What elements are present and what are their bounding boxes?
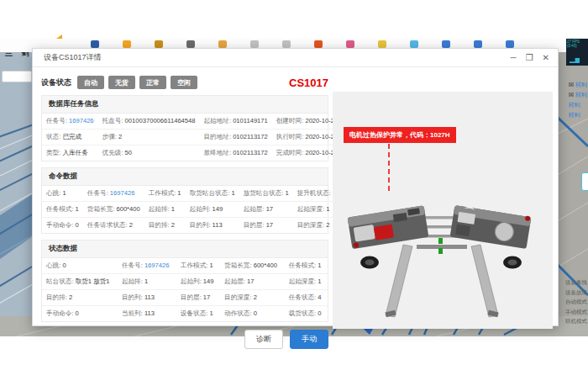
cell-value: 4	[318, 293, 321, 301]
fps-label: 27 FPS (0:43)	[567, 40, 580, 48]
table-row: 手动命令: 0任务请求状态: 2目的排: 2目的列: 113目的层: 17目的深…	[42, 218, 340, 234]
table-cell: 起始层: 17	[239, 202, 293, 218]
cell-label: 完成时间:	[276, 149, 306, 156]
cart-icon[interactable]	[155, 40, 163, 48]
table-cell: 载货状态: 0	[285, 306, 328, 322]
checkbox-icon[interactable]: ☒	[569, 92, 574, 98]
maximize-icon[interactable]: ❐	[526, 54, 533, 62]
table-row: 目的排: 2目的列: 113目的层: 17目的深度: 2任务状态: 4	[42, 290, 328, 306]
cell-label: 放货站台状态:	[244, 189, 286, 197]
task-number-link[interactable]: 1697426	[144, 262, 170, 269]
command-data-section: 命令数据 心跳: 1任务号: 1697426工作模式: 1取货站台状态: 1放货…	[41, 167, 328, 234]
cell-label: 最终地址:	[204, 149, 234, 156]
legend-item: 设备离线	[565, 279, 587, 287]
cell-value: 0	[62, 262, 66, 269]
goto-link[interactable]: ☒转到	[569, 91, 587, 99]
cell-label: 载货状态:	[289, 309, 318, 317]
building-icon[interactable]	[442, 40, 450, 48]
cell-label: 任务号:	[122, 262, 144, 269]
forklift-icon[interactable]	[186, 40, 195, 48]
table-cell: 类型: 入库任务	[42, 145, 98, 161]
table-row: 任务号: 1697426托盘号: 00100370006611464548起始地…	[42, 114, 369, 130]
goto-label: 转到	[575, 91, 587, 99]
detail-left-column: 设备状态 自动无货正常空闲 CS1017 数据库任务信息 任务号: 169742…	[41, 73, 328, 349]
cell-value: 0	[76, 221, 79, 229]
section-title: 状态数据	[42, 240, 328, 258]
monitor-icon[interactable]	[91, 40, 99, 48]
table-cell: 起始地址: 0101149171	[200, 114, 272, 130]
table-row: 状态: 已完成步骤: 2目的地址: 0102113172执行时间: 2020-1…	[42, 130, 369, 145]
goto-label: 转到	[569, 111, 580, 119]
cell-label: 起始排:	[122, 278, 144, 285]
device-detail-dialog: 设备CS1017详情 ─ ❐ ✕ 设备状态 自动无货正常空闲 CS1017 数据…	[32, 48, 559, 326]
cell-label: 提升机状态:	[297, 189, 333, 197]
goto-link[interactable]: ☒转到	[569, 81, 587, 89]
goto-link[interactable]: 转到	[569, 101, 587, 109]
device-status-row: 设备状态 自动无货正常空闲 CS1017	[41, 76, 328, 89]
cell-value: 取货1 放货1	[76, 278, 110, 285]
status-label: 设备状态	[41, 77, 71, 88]
close-icon[interactable]: ✕	[543, 54, 549, 62]
cell-value: 17	[247, 278, 254, 285]
table-cell: 托盘号: 00100370006611464548	[98, 114, 200, 130]
table-cell: 状态: 已完成	[42, 130, 98, 145]
db-task-info-section: 数据库任务信息 任务号: 1697426托盘号: 001003700066114…	[41, 95, 328, 161]
cell-value: 113	[144, 309, 155, 317]
panel-icon[interactable]	[282, 40, 291, 48]
cell-label: 目的深度:	[297, 221, 327, 229]
task-number-link[interactable]: 1697426	[69, 117, 94, 124]
table-cell: 任务状态: 4	[285, 290, 328, 306]
cell-label: 执行时间:	[276, 133, 306, 140]
fps-monitor: 27 FPS (0:43)	[566, 39, 588, 66]
goto-link-list: ☒转到☒转到转到转到	[569, 81, 587, 119]
goto-label: 转到	[569, 101, 580, 109]
minimize-icon[interactable]: ─	[511, 54, 517, 62]
table-cell: 取货站台状态: 1	[186, 186, 239, 202]
section-title: 命令数据	[42, 168, 328, 186]
cell-label: 目的地址:	[204, 133, 234, 140]
cell-value: 1	[318, 262, 321, 269]
dialog-body: 设备状态 自动无货正常空闲 CS1017 数据库任务信息 任务号: 169742…	[33, 67, 558, 325]
cell-label: 心跳:	[46, 189, 62, 197]
cell-value: 1	[209, 262, 213, 269]
alarm-icon[interactable]	[314, 40, 323, 48]
ring-icon[interactable]	[123, 40, 131, 48]
table-cell: 手动命令: 0	[42, 218, 83, 234]
table-cell: 动作状态: 0	[220, 306, 285, 322]
screen: BlueSword 兰 剑 27 FPS (0:43) ☒转到☒转到转到转到 设…	[0, 0, 588, 370]
cell-label: 类型:	[46, 149, 62, 156]
cell-label: 手动命令:	[46, 221, 76, 229]
manual-button[interactable]: 手动	[290, 330, 328, 349]
status-badge: 空闲	[171, 76, 197, 89]
cell-label: 目的列:	[122, 293, 144, 301]
flag-icon[interactable]	[346, 40, 354, 48]
diagnose-button[interactable]: 诊断	[244, 330, 283, 349]
table-cell: 任务号: 1697426	[42, 114, 98, 130]
cell-label: 货箱长宽:	[87, 205, 117, 213]
device-3d-panel: 电机过热保护异常，代码：1027H	[333, 92, 553, 329]
package-icon[interactable]	[378, 40, 386, 48]
alert-pointer-line	[388, 144, 390, 191]
cell-label: 任务模式:	[46, 205, 76, 213]
worker-icon[interactable]	[218, 40, 227, 48]
task-number-link[interactable]: 1697426	[110, 189, 135, 197]
cell-value: 1	[231, 189, 234, 197]
legend-item: 手动模式	[565, 309, 587, 316]
table-cell: 优先级: 50	[98, 145, 200, 161]
cell-label: 目的层:	[244, 221, 266, 229]
cell-label: 目的排:	[149, 221, 171, 229]
cell-value: 已完成	[62, 133, 81, 140]
goto-label: 转到	[575, 81, 587, 89]
checkbox-icon[interactable]: ☒	[569, 82, 574, 88]
panel-icon[interactable]	[250, 40, 259, 48]
dialog-titlebar: 设备CS1017详情 ─ ❐ ✕	[33, 49, 558, 67]
table-row: 手动命令: 0当前列: 113设备状态: 1动作状态: 0载货状态: 0	[42, 306, 328, 322]
search-input[interactable]	[2, 71, 32, 82]
building-icon[interactable]	[506, 40, 514, 48]
cell-label: 起始地址:	[204, 117, 234, 124]
building-icon[interactable]	[474, 40, 482, 48]
goto-link[interactable]: 转到	[569, 111, 587, 119]
chart-icon[interactable]	[410, 40, 418, 48]
cell-value: 0	[318, 309, 321, 317]
cell-value: 149	[213, 205, 223, 213]
